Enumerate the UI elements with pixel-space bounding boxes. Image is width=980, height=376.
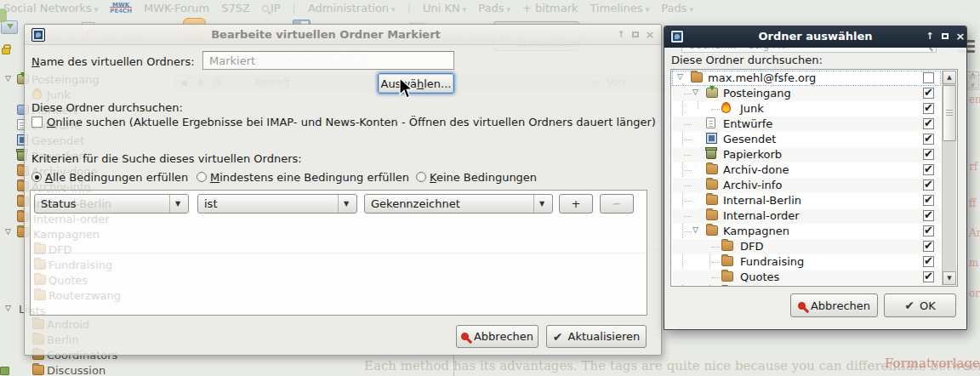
toolbar-item[interactable]: IP	[262, 2, 281, 14]
chevron-down-icon	[533, 195, 552, 213]
remove-criterion-button[interactable]: −	[600, 194, 634, 214]
close-icon[interactable]: ×	[644, 30, 656, 41]
toolbar-item[interactable]: Administration	[308, 2, 396, 14]
twisty-icon[interactable]	[677, 72, 683, 81]
tree-row-fundraising[interactable]: Fundraising	[672, 254, 941, 270]
match-none-label[interactable]: Keine Bedingungen	[430, 171, 537, 184]
tree-row-internal-berlin[interactable]: Internal-Berlin	[672, 193, 941, 208]
twisty-icon[interactable]	[5, 74, 11, 83]
attribute-dropdown[interactable]: Status	[34, 194, 189, 214]
twisty-icon[interactable]	[692, 225, 698, 234]
toolbar-item[interactable]: Pads	[661, 2, 693, 14]
cancel-icon	[461, 333, 469, 340]
tree-row-gesendet[interactable]: Gesendet	[672, 132, 941, 147]
update-button[interactable]: ✔ Aktualisieren	[546, 325, 647, 348]
folder-checkbox[interactable]	[923, 241, 934, 252]
folder-pane-item-discussion[interactable]: Discussion	[0, 363, 170, 376]
match-none-radio[interactable]	[416, 172, 426, 182]
toolbar-item[interactable]: Timelines	[590, 2, 650, 14]
choose-folders-label: Auswählen...	[380, 77, 451, 90]
background-text-fragment: or	[969, 288, 980, 299]
maximize-icon[interactable]	[939, 31, 951, 43]
folder-checkbox[interactable]	[923, 179, 934, 191]
tree-row-papierkorb[interactable]: Papierkorb	[672, 147, 941, 162]
match-any-label[interactable]: Mindestens eine Bedingung erfüllen	[210, 171, 409, 184]
dialog-titlebar[interactable]: Ordner auswählen ↑ ×	[664, 26, 966, 48]
folder-checkbox[interactable]	[923, 149, 934, 160]
tree-row-max.mehl@fsfe.org[interactable]: max.mehl@fsfe.org	[672, 71, 941, 86]
folder-checkbox[interactable]	[923, 195, 934, 206]
folder-checkbox[interactable]	[923, 210, 934, 221]
search-folders-label: Diese Ordner durchsuchen:	[31, 101, 183, 114]
toolbar-item[interactable]: Pads	[478, 2, 510, 14]
match-all-radio[interactable]	[31, 172, 42, 182]
choose-folders-button[interactable]: Auswählen...	[378, 73, 454, 94]
folder-pane-item-quotes: Quotes	[30, 273, 172, 288]
match-any-radio[interactable]	[197, 172, 207, 182]
toolbar-item[interactable]: + bitmark	[522, 2, 578, 14]
choose-folders-label: Diese Ordner durchsuchen:	[671, 54, 823, 66]
cancel-label: Abbrechen	[474, 330, 533, 343]
tree-row-quotes[interactable]: Quotes	[672, 270, 941, 285]
mouse-cursor	[398, 77, 415, 100]
tree-row-archiv-info[interactable]: Archiv-info	[672, 178, 941, 193]
add-criterion-button[interactable]: +	[559, 194, 593, 214]
chevron-down-icon	[338, 195, 356, 213]
folder-label: Quotes	[740, 271, 779, 283]
folder-pane-item-lists: Lists	[30, 304, 172, 316]
folder-checkbox[interactable]	[923, 164, 934, 175]
tree-row-internal-order[interactable]: Internal-order	[672, 208, 941, 224]
folder-icon	[0, 367, 9, 375]
tree-scrollbar[interactable]: ▲ ▼	[942, 71, 956, 285]
ok-button[interactable]: ✔ OK	[884, 293, 956, 317]
twisty-icon[interactable]	[5, 227, 11, 236]
folder-label: Archiv-info	[723, 179, 782, 191]
unmaximize-icon[interactable]: ↑	[615, 30, 627, 41]
folder-pane-item-kampagnen: Kampagnen	[30, 227, 172, 242]
folder-checkbox[interactable]	[923, 103, 934, 114]
value-dropdown[interactable]: Gekennzeichnet	[364, 194, 553, 214]
toolbar-item[interactable]: Uni KN	[423, 2, 466, 14]
folder-label: Discussion	[47, 364, 105, 376]
twisty-icon[interactable]	[692, 88, 698, 96]
cancel-icon	[798, 302, 806, 310]
tree-row-kampagnen[interactable]: Kampagnen	[672, 224, 941, 239]
cancel-button[interactable]: Abbrechen	[790, 293, 878, 317]
scrollbar-thumb[interactable]	[943, 85, 956, 141]
dialog-title: Bearbeite virtuellen Ordner Markiert	[25, 28, 627, 41]
folder-label: max.mehl@fsfe.org	[708, 71, 816, 84]
cancel-button[interactable]: Abbrechen	[456, 325, 538, 348]
name-input[interactable]	[202, 51, 454, 70]
folder-label: Fundraising	[48, 259, 112, 271]
folder-checkbox[interactable]	[923, 225, 934, 236]
tree-row-dfd[interactable]: DFD	[672, 239, 941, 254]
scroll-up-icon[interactable]: ▲	[943, 71, 956, 84]
criteria-list: Status ist Gekennzeichnet + − Posteingan…	[30, 190, 647, 316]
folder-checkbox[interactable]	[923, 118, 934, 129]
folder-label: Junk	[740, 102, 764, 115]
tree-row-junk[interactable]: Junk	[672, 101, 941, 117]
tree-row-routerzwang[interactable]: Routerzwang	[672, 285, 941, 287]
folder-checkbox[interactable]	[923, 72, 934, 83]
close-icon[interactable]: ×	[954, 31, 966, 43]
toolbar-item[interactable]: S7SZ	[221, 2, 250, 14]
tree-row-posteingang[interactable]: Posteingang	[672, 86, 941, 101]
folder-checkbox[interactable]	[923, 134, 934, 145]
unmaximize-icon[interactable]: ↑	[924, 31, 936, 43]
tree-row-archiv-done[interactable]: Archiv-done	[672, 162, 941, 178]
formatvorlage-link[interactable]: Formatvorlage	[885, 356, 980, 371]
maximize-icon[interactable]	[630, 30, 641, 41]
folder-checkbox[interactable]	[923, 88, 934, 99]
operator-dropdown[interactable]: ist	[197, 194, 357, 214]
folder-checkbox[interactable]	[923, 271, 934, 282]
search-online-checkbox[interactable]	[31, 117, 43, 128]
tree-row-entwürfe[interactable]: Entwürfe	[672, 117, 941, 132]
check-icon: ✔	[904, 299, 914, 312]
match-all-label[interactable]: Alle Bedingungen erfüllen	[45, 171, 188, 184]
folder-label: Entwürfe	[723, 117, 772, 130]
scroll-down-icon[interactable]: ▼	[943, 271, 956, 285]
folder-checkbox[interactable]	[923, 256, 934, 267]
folder-icon	[34, 275, 46, 285]
dialog-titlebar[interactable]: Bearbeite virtuellen Ordner Markiert ↑ ×	[25, 25, 661, 45]
twisty-icon[interactable]	[5, 304, 11, 312]
